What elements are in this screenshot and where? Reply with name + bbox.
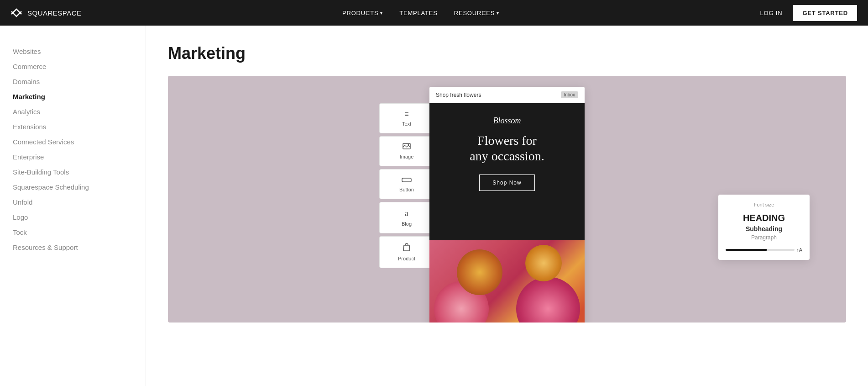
sidebar-item-tock[interactable]: Tock	[13, 225, 133, 240]
flowers-image	[429, 240, 585, 323]
email-preview-card: Shop fresh flowers Inbox Blossom Flowers…	[429, 87, 585, 323]
squarespace-logo-icon	[9, 5, 24, 20]
logo-text: SQUARESPACE	[27, 9, 82, 17]
sidebar: Websites Commerce Domains Marketing Anal…	[0, 26, 146, 386]
button-block-icon	[402, 176, 412, 184]
sidebar-item-site-building-tools[interactable]: Site-Building Tools	[13, 164, 133, 180]
text-block-icon: ≡	[404, 110, 408, 118]
blocks-panel: ≡ Text Image	[379, 103, 434, 268]
font-size-controls: ↑A	[726, 247, 802, 253]
block-text[interactable]: ≡ Text	[379, 103, 434, 133]
sidebar-item-websites[interactable]: Websites	[13, 44, 133, 59]
flower-decoration-2	[457, 249, 502, 295]
block-button[interactable]: Button	[379, 169, 434, 199]
main-content: Marketing ≡ Text Image	[146, 26, 868, 386]
sidebar-item-enterprise[interactable]: Enterprise	[13, 149, 133, 164]
email-headline: Flowers for any occassion.	[440, 133, 574, 164]
email-body: Blossom Flowers for any occassion. Shop …	[429, 103, 585, 240]
svg-point-1	[408, 144, 409, 146]
navbar-left: SQUARESPACE	[9, 5, 82, 20]
font-subheading-preview: Subheading	[726, 225, 802, 233]
email-subject: Shop fresh flowers	[436, 92, 557, 98]
nav-products[interactable]: PRODUCTS ▾	[342, 10, 383, 16]
svg-rect-2	[402, 178, 411, 182]
font-size-bar-fill	[726, 249, 767, 251]
nav-resources[interactable]: RESOURCES ▾	[454, 10, 499, 16]
font-size-increase-label: ↑A	[796, 247, 802, 253]
email-header: Shop fresh flowers Inbox	[429, 87, 585, 103]
block-product[interactable]: Product	[379, 236, 434, 268]
page-layout: Websites Commerce Domains Marketing Anal…	[0, 26, 868, 386]
font-heading-preview: HEADING	[726, 213, 802, 223]
email-brand: Blossom	[440, 116, 574, 126]
image-block-icon	[403, 143, 411, 151]
hero-area: ≡ Text Image	[168, 76, 846, 323]
page-title: Marketing	[168, 44, 846, 63]
sidebar-item-commerce[interactable]: Commerce	[13, 59, 133, 74]
font-paragraph-preview: Paragraph	[726, 234, 802, 241]
chevron-down-icon: ▾	[497, 11, 499, 16]
block-blog[interactable]: a Blog	[379, 202, 434, 233]
font-size-panel: Font size HEADING Subheading Paragraph ↑…	[718, 195, 810, 260]
email-cta-button[interactable]: Shop Now	[479, 174, 534, 191]
blog-block-icon: a	[405, 209, 408, 218]
sidebar-item-marketing[interactable]: Marketing	[13, 89, 133, 104]
sidebar-item-squarespace-scheduling[interactable]: Squarespace Scheduling	[13, 180, 133, 195]
sidebar-item-unfold[interactable]: Unfold	[13, 195, 133, 210]
sidebar-item-domains[interactable]: Domains	[13, 74, 133, 89]
nav-templates[interactable]: TEMPLATES	[399, 10, 438, 16]
flower-decoration-3	[516, 277, 580, 323]
flower-decoration-4	[525, 245, 562, 281]
sidebar-item-resources-support[interactable]: Resources & Support	[13, 240, 133, 255]
chevron-down-icon: ▾	[380, 11, 383, 16]
inbox-badge: Inbox	[561, 91, 578, 98]
sidebar-item-connected-services[interactable]: Connected Services	[13, 134, 133, 149]
sidebar-item-extensions[interactable]: Extensions	[13, 119, 133, 134]
font-size-title: Font size	[726, 202, 802, 207]
font-size-slider[interactable]	[726, 249, 795, 251]
product-block-icon	[403, 243, 410, 253]
sidebar-item-analytics[interactable]: Analytics	[13, 104, 133, 119]
navbar-right: LOG IN GET STARTED	[760, 5, 857, 21]
login-button[interactable]: LOG IN	[760, 10, 783, 16]
get-started-button[interactable]: GET STARTED	[793, 5, 857, 21]
navbar-center: PRODUCTS ▾ TEMPLATES RESOURCES ▾	[342, 10, 499, 16]
navbar: SQUARESPACE PRODUCTS ▾ TEMPLATES RESOURC…	[0, 0, 868, 26]
sidebar-item-logo[interactable]: Logo	[13, 210, 133, 225]
block-image[interactable]: Image	[379, 136, 434, 166]
